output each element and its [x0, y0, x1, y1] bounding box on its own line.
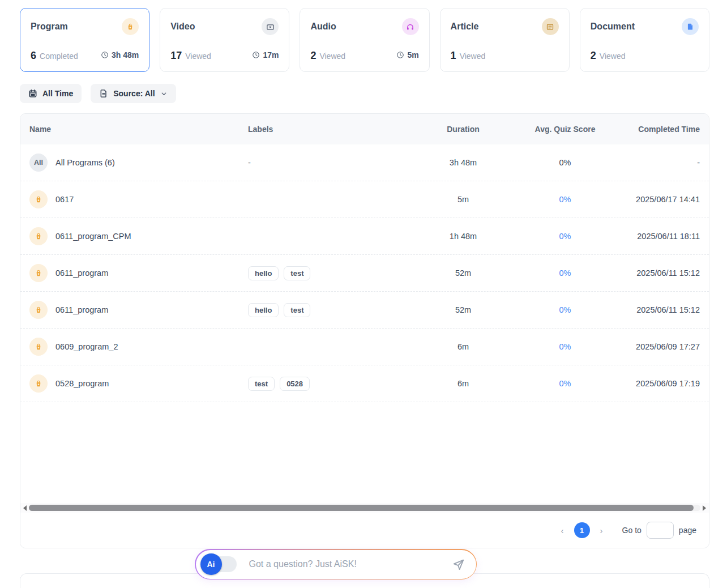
current-page-button[interactable]: 1 [574, 522, 590, 538]
aisk-toggle[interactable]: Ai [200, 556, 237, 573]
table-row[interactable]: 0611_programhellotest52m0%2025/06/11 15:… [20, 255, 709, 292]
card-audio-time: 5m [396, 50, 418, 59]
program-name: 0611_program [55, 269, 108, 278]
goto-label: Go to [622, 526, 642, 535]
scrollbar-thumb[interactable] [29, 505, 694, 511]
label-chip: test [248, 377, 275, 391]
card-audio-count: 2 [310, 50, 316, 61]
program-icon [122, 18, 139, 35]
row-quiz-score[interactable]: 0% [559, 195, 571, 204]
scroll-right-arrow-icon[interactable] [702, 505, 707, 511]
article-icon [542, 18, 559, 35]
send-icon[interactable] [452, 558, 465, 570]
row-completed-time: 2025/06/11 15:12 [622, 305, 700, 314]
time-filter-button[interactable]: All Time [20, 84, 82, 103]
time-filter-label: All Time [42, 89, 73, 98]
row-completed-time: 2025/06/11 15:12 [622, 269, 700, 278]
document-icon [682, 18, 699, 35]
table-row[interactable]: 0611_program_CPM1h 48m0%2025/06/11 18:11 [20, 218, 709, 255]
card-video-count-label: Viewed [185, 52, 211, 61]
next-page-button[interactable]: › [598, 526, 605, 535]
card-article[interactable]: Article 1Viewed [440, 8, 570, 72]
label-chip: hello [248, 303, 279, 317]
program-name: 0609_program_2 [55, 342, 118, 351]
column-header-duration: Duration [418, 125, 508, 134]
card-video[interactable]: Video 17Viewed 17m [160, 8, 289, 72]
pagination: ‹ 1 › Go to page [20, 513, 709, 548]
card-program[interactable]: Program 6Completed 3h 48m [20, 8, 149, 72]
program-icon [29, 374, 48, 393]
program-name: 0611_program_CPM [55, 232, 131, 241]
row-labels: test0528 [248, 377, 418, 391]
table-row[interactable]: 0609_program_26m0%2025/06/09 17:27 [20, 329, 709, 365]
aisk-logo: Ai [200, 553, 222, 575]
row-quiz-score[interactable]: 0% [559, 232, 571, 241]
program-icon [29, 227, 48, 245]
card-document-count: 2 [591, 50, 596, 61]
table-row[interactable]: AllAll Programs (6)-3h 48m0%- [20, 144, 709, 181]
card-program-title: Program [31, 22, 68, 32]
all-programs-badge: All [29, 154, 48, 172]
row-duration: 3h 48m [418, 158, 508, 167]
row-duration: 5m [418, 195, 508, 204]
card-document-count-label: Viewed [600, 52, 626, 61]
row-duration: 6m [418, 379, 508, 388]
row-completed-time: - [622, 158, 700, 167]
card-article-title: Article [451, 22, 479, 32]
source-filter-button[interactable]: Source: All [91, 84, 176, 103]
aisk-question-input[interactable] [249, 559, 452, 569]
calendar-icon [28, 89, 37, 98]
row-labels: hellotest [248, 266, 418, 280]
goto-page-input[interactable] [647, 522, 674, 539]
card-program-time: 3h 48m [101, 50, 139, 59]
column-header-quiz: Avg. Quiz Score [508, 125, 622, 134]
program-icon [29, 338, 48, 356]
card-document[interactable]: Document 2Viewed [580, 8, 709, 72]
row-completed-time: 2025/06/11 18:11 [622, 232, 700, 241]
row-duration: 6m [418, 342, 508, 351]
clock-icon [252, 51, 260, 59]
label-chip: test [284, 303, 310, 317]
card-document-title: Document [591, 22, 635, 32]
clock-icon [101, 51, 109, 59]
row-completed-time: 2025/06/09 17:19 [622, 379, 700, 388]
file-icon [99, 89, 108, 98]
horizontal-scrollbar [20, 503, 709, 513]
table-empty-area [20, 402, 709, 503]
clock-icon [396, 51, 404, 59]
stat-cards: Program 6Completed 3h 48m Video [20, 8, 709, 72]
row-duration: 52m [418, 269, 508, 278]
table-body: AllAll Programs (6)-3h 48m0%- 06175m0%20… [20, 144, 709, 402]
chevron-down-icon [160, 90, 168, 97]
scrollbar-track[interactable] [29, 505, 700, 511]
prev-page-button[interactable]: ‹ [559, 526, 566, 535]
row-quiz-score[interactable]: 0% [559, 305, 571, 314]
programs-table: Name Labels Duration Avg. Quiz Score Com… [20, 113, 709, 548]
row-labels: hellotest [248, 303, 418, 317]
card-audio[interactable]: Audio 2Viewed 5m [300, 8, 429, 72]
program-name: 0611_program [55, 305, 108, 314]
label-chip: test [284, 266, 310, 280]
labels-placeholder: - [248, 158, 251, 167]
card-video-count: 17 [170, 50, 182, 61]
scroll-left-arrow-icon[interactable] [22, 505, 28, 511]
card-article-count: 1 [451, 50, 456, 61]
row-quiz-score[interactable]: 0% [559, 379, 571, 388]
table-row[interactable]: 06175m0%2025/06/17 14:41 [20, 181, 709, 218]
row-labels: - [248, 158, 418, 167]
aisk-assistant-bar: Ai [195, 549, 477, 580]
column-header-completed: Completed Time [622, 125, 700, 134]
card-video-time: 17m [252, 50, 279, 59]
table-row[interactable]: 0611_programhellotest52m0%2025/06/11 15:… [20, 292, 709, 329]
video-icon [262, 18, 279, 35]
card-article-count-label: Viewed [460, 52, 486, 61]
label-chip: 0528 [280, 377, 310, 391]
program-name: All Programs (6) [55, 158, 115, 167]
row-quiz-score[interactable]: 0% [559, 342, 571, 351]
row-quiz-score[interactable]: 0% [559, 269, 571, 278]
row-completed-time: 2025/06/17 14:41 [622, 195, 700, 204]
table-row[interactable]: 0528_programtest05286m0%2025/06/09 17:19 [20, 365, 709, 402]
source-filter-label: Source: All [113, 89, 155, 98]
audio-icon [402, 18, 419, 35]
card-video-title: Video [170, 22, 195, 32]
